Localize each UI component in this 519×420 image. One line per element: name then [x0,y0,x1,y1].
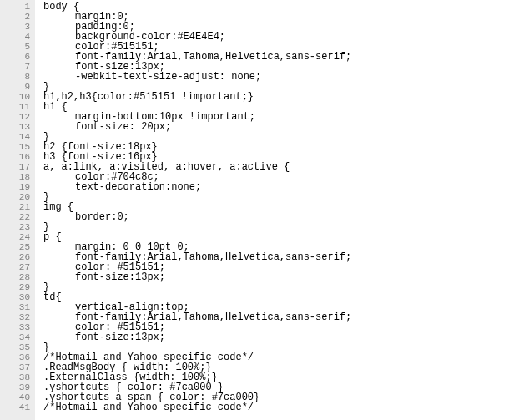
line-number: 38 [0,372,35,382]
code-line[interactable]: } [43,222,519,232]
line-number: 39 [0,382,35,392]
line-number: 30 [0,292,35,302]
line-number: 5 [0,42,35,52]
line-number: 24 [0,232,35,242]
code-line[interactable]: /*Hotmail and Yahoo specific code*/ [43,402,519,412]
line-number: 29 [0,282,35,292]
line-number: 22 [0,212,35,222]
line-number-gutter: 1234567891011121314151617181920212223242… [0,0,35,420]
line-number: 13 [0,122,35,132]
line-number: 20 [0,192,35,202]
code-line[interactable]: -webkit-text-size-adjust: none; [43,72,519,82]
line-number: 35 [0,342,35,352]
code-line[interactable]: h1,h2,h3{color:#515151 !important;} [43,92,519,102]
line-number: 11 [0,102,35,112]
line-number: 3 [0,22,35,32]
line-number: 18 [0,172,35,182]
line-number: 34 [0,332,35,342]
line-number: 14 [0,132,35,142]
line-number: 25 [0,242,35,252]
line-number: 41 [0,402,35,412]
line-number: 40 [0,392,35,402]
line-number: 10 [0,92,35,102]
line-number: 17 [0,162,35,172]
line-number: 16 [0,152,35,162]
line-number: 19 [0,182,35,192]
code-line[interactable]: text-decoration:none; [43,182,519,192]
line-number: 4 [0,32,35,42]
line-number: 32 [0,312,35,322]
code-line[interactable]: border:0; [43,212,519,222]
line-number: 15 [0,142,35,152]
code-line[interactable]: font-size:13px; [43,332,519,342]
code-line[interactable]: font-size:13px; [43,272,519,282]
line-number: 36 [0,352,35,362]
line-number: 28 [0,272,35,282]
line-number: 2 [0,12,35,22]
line-number: 31 [0,302,35,312]
line-number: 9 [0,82,35,92]
line-number: 26 [0,252,35,262]
line-number: 7 [0,62,35,72]
line-number: 21 [0,202,35,212]
code-line[interactable]: font-size: 20px; [43,122,519,132]
code-line[interactable]: } [43,282,519,292]
line-number: 1 [0,2,35,12]
line-number: 33 [0,322,35,332]
line-number: 37 [0,362,35,372]
line-number: 8 [0,72,35,82]
line-number: 23 [0,222,35,232]
line-number: 12 [0,112,35,122]
line-number: 6 [0,52,35,62]
code-area[interactable]: body {margin:0;padding:0;background-colo… [35,0,519,420]
line-number: 27 [0,262,35,272]
code-line[interactable]: } [43,192,519,202]
editor: 1234567891011121314151617181920212223242… [0,0,519,420]
